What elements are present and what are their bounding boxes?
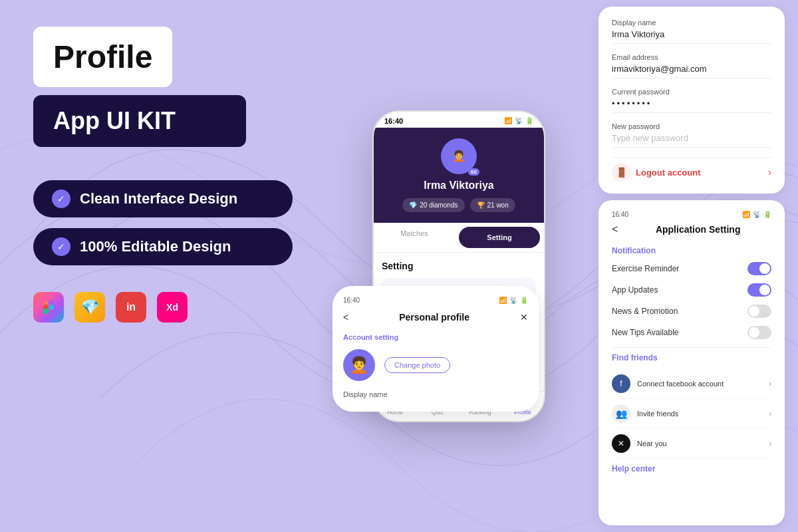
setting-section-title: Setting xyxy=(382,261,536,271)
connect-facebook-left: f Connect facebook account xyxy=(612,374,724,393)
diamonds-stat: 💎 20 diamonds xyxy=(402,198,464,212)
pp-account-section: Account setting xyxy=(343,333,528,341)
logout-left: 🚪 Logout account xyxy=(612,163,701,182)
new-password-input[interactable]: Type new password xyxy=(612,133,771,148)
near-you-row[interactable]: ✕ Near you › xyxy=(612,429,771,459)
pp-avatar-row: 🧑‍🦱 Change photo xyxy=(343,349,528,381)
new-password-field: New password Type new password xyxy=(612,122,771,148)
current-password-field: Current password •••••••• xyxy=(612,88,771,113)
display-name-label: Display name xyxy=(612,19,771,27)
svg-point-4 xyxy=(43,309,49,314)
news-promotion-toggle[interactable] xyxy=(747,305,771,318)
connect-facebook-row[interactable]: f Connect facebook account › xyxy=(612,369,771,399)
near-you-chevron: › xyxy=(769,439,771,448)
invite-friends-icon: 👥 xyxy=(612,404,630,423)
toggle-app-updates: App Updates xyxy=(612,283,771,297)
right-area: Display name Irma Viktoriya Email addres… xyxy=(585,0,798,532)
app-updates-toggle[interactable] xyxy=(747,283,771,297)
feature-badges: ✓ Clean Interface Design ✓ 100% Editable… xyxy=(33,180,313,265)
near-you-left: ✕ Near you xyxy=(612,434,667,453)
left-panel: Profile App UI KIT ✓ Clean Interface Des… xyxy=(0,0,346,532)
logout-text[interactable]: Logout account xyxy=(636,168,701,178)
toggle-knob xyxy=(759,263,770,274)
pp-status-bar: 16:40 📶📡🔋 xyxy=(343,297,528,304)
toggle-knob xyxy=(749,306,759,317)
phone-status-bar: 16:40 📶📡🔋 xyxy=(374,112,544,128)
logout-icon: 🚪 xyxy=(612,163,630,182)
won-value: 21 won xyxy=(487,201,509,209)
invite-friends-row[interactable]: 👥 Invite friends › xyxy=(612,399,771,429)
near-you-text: Near you xyxy=(637,440,667,448)
email-field: Email address irmaviktoriya@gmai.com xyxy=(612,53,771,78)
pp-status-icons: 📶📡🔋 xyxy=(499,297,528,304)
change-photo-button[interactable]: Change photo xyxy=(384,357,450,373)
settings-time: 16:40 xyxy=(612,211,628,218)
tab-matches[interactable]: Matches xyxy=(374,223,455,252)
feature-badge-editable: ✓ 100% Editable Design xyxy=(33,228,293,265)
pp-display-label: Display name xyxy=(343,390,528,398)
phone-status-icons: 📶📡🔋 xyxy=(504,117,533,124)
phone-time: 16:40 xyxy=(384,117,403,125)
toggle-news-promotion: News & Promotion xyxy=(612,305,771,318)
tab-setting[interactable]: Setting xyxy=(459,227,540,248)
sketch-icon: 💎 xyxy=(74,292,105,323)
phone-tabs: Matches Setting xyxy=(374,223,544,253)
app-ui-kit-label: App UI KIT xyxy=(53,107,176,134)
exercise-reminder-toggle[interactable] xyxy=(747,262,771,275)
invite-friends-chevron: › xyxy=(769,409,771,418)
display-name-value[interactable]: Irma Viktoriya xyxy=(612,29,771,44)
feature-editable-text: 100% Editable Design xyxy=(80,238,231,255)
settings-back-button[interactable]: < xyxy=(612,223,618,235)
xd-icon: Xd xyxy=(157,292,188,323)
email-label: Email address xyxy=(612,53,771,61)
pp-close-button[interactable]: ✕ xyxy=(520,312,528,323)
avatar-emoji: 🧑‍🦱 xyxy=(452,150,466,162)
news-promotion-label: News & Promotion xyxy=(612,307,678,316)
find-friends-section-title: Find friends xyxy=(612,353,771,362)
new-tips-label: New Tips Available xyxy=(612,328,679,337)
center-phone-area: 16:40 📶📡🔋 🧑‍🦱 60 Irma Viktoriya 💎 20 dia… xyxy=(332,0,585,532)
profile-title-box: Profile xyxy=(33,27,172,87)
pp-back-button[interactable]: < xyxy=(343,312,348,323)
facebook-icon: f xyxy=(612,374,630,393)
near-you-icon: ✕ xyxy=(612,434,630,453)
phone-stats: 💎 20 diamonds 🏆 21 won xyxy=(384,198,533,212)
feature-badge-clean: ✓ Clean Interface Design xyxy=(33,180,293,217)
connect-facebook-chevron: › xyxy=(769,379,771,388)
new-password-label: New password xyxy=(612,122,771,130)
pp-time: 16:40 xyxy=(343,297,360,304)
current-password-value[interactable]: •••••••• xyxy=(612,98,771,113)
app-updates-label: App Updates xyxy=(612,285,658,295)
connect-facebook-text: Connect facebook account xyxy=(637,380,724,388)
app-ui-kit-box: App UI KIT xyxy=(33,95,246,147)
toggle-exercise-reminder: Exercise Reminder xyxy=(612,262,771,275)
logout-chevron-icon: › xyxy=(768,167,771,178)
phone-profile-header: 🧑‍🦱 60 Irma Viktoriya 💎 20 diamonds 🏆 21… xyxy=(374,128,544,223)
settings-header: < Application Setting xyxy=(612,223,771,235)
display-name-field: Display name Irma Viktoriya xyxy=(612,19,771,44)
help-center-section-title: Help center xyxy=(612,464,771,473)
pp-avatar-emoji: 🧑‍🦱 xyxy=(349,356,369,374)
settings-title: Application Setting xyxy=(624,224,771,235)
figma-icon xyxy=(33,292,64,323)
current-password-label: Current password xyxy=(612,88,771,96)
profile-title: Profile xyxy=(53,39,152,74)
toggle-knob xyxy=(759,285,770,295)
check-icon-editable: ✓ xyxy=(52,237,70,256)
tool-icons-row: 💎 in Xd xyxy=(33,292,313,323)
app-settings-card: 16:40 📶📡🔋 < Application Setting Notifica… xyxy=(598,200,785,525)
phone-username: Irma Viktoriya xyxy=(384,180,533,192)
won-stat: 🏆 21 won xyxy=(470,198,515,212)
diamonds-value: 20 diamonds xyxy=(420,201,458,209)
avatar-badge: 60 xyxy=(468,168,479,176)
exercise-reminder-label: Exercise Reminder xyxy=(612,264,679,273)
pp-header: < Personal profile ✕ xyxy=(343,312,528,323)
notification-section-title: Notification xyxy=(612,246,771,255)
invision-icon: in xyxy=(116,292,146,323)
personal-profile-detail-card: 16:40 📶📡🔋 < Personal profile ✕ Account s… xyxy=(332,286,539,412)
settings-divider-1 xyxy=(612,347,771,348)
profile-form-card: Display name Irma Viktoriya Email addres… xyxy=(598,7,785,194)
new-tips-toggle[interactable] xyxy=(747,326,771,339)
email-value[interactable]: irmaviktoriya@gmai.com xyxy=(612,64,771,78)
settings-status-bar: 16:40 📶📡🔋 xyxy=(612,211,771,218)
